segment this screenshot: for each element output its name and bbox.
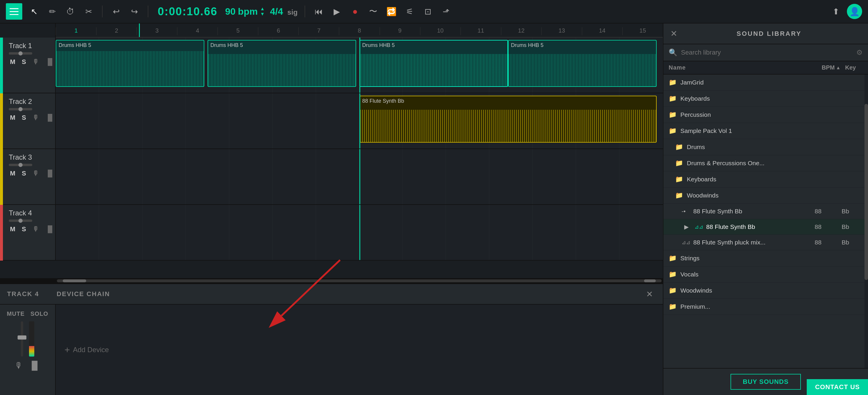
mic-icon-btn[interactable]: 🎙 bbox=[14, 361, 23, 370]
track-1-content[interactable]: Drums HHB 5 Drums HHB 5 Drums HHB 5 Drum… bbox=[56, 37, 663, 93]
library-item-drums[interactable]: 📁 Drums bbox=[663, 139, 865, 155]
play-button[interactable]: ▶ bbox=[330, 5, 343, 18]
h-scrollbar-track[interactable] bbox=[57, 279, 662, 282]
track-4-solo-btn[interactable]: S bbox=[21, 225, 27, 234]
track-4-volume[interactable] bbox=[9, 220, 52, 222]
h-scrollbar-thumb-left[interactable] bbox=[63, 279, 86, 282]
track-3-controls-content: Track 3 M S 🎙 ▐▌ 〜 bbox=[9, 153, 52, 178]
cut-tool-button[interactable]: ✂ bbox=[82, 5, 95, 18]
fader-track[interactable] bbox=[21, 321, 23, 357]
solo-button[interactable]: SOLO bbox=[30, 310, 49, 317]
rewind-button[interactable]: ⏮ bbox=[312, 5, 325, 18]
render-button[interactable]: ⊡ bbox=[421, 5, 434, 18]
library-close-button[interactable]: ✕ bbox=[671, 29, 677, 38]
library-item-strings[interactable]: 📁 Strings bbox=[663, 250, 865, 266]
library-item-drums-perc[interactable]: 📁 Drums & Percussions One... bbox=[663, 155, 865, 171]
fader-thumb[interactable] bbox=[18, 335, 26, 340]
search-input[interactable] bbox=[681, 49, 853, 56]
redo-button[interactable]: ↪ bbox=[128, 5, 141, 18]
track-2-slider[interactable] bbox=[9, 108, 32, 110]
library-item-premium[interactable]: 📁 Premium... bbox=[663, 299, 865, 315]
bpm-display: 90 bpm ▲ ▼ bbox=[225, 6, 265, 17]
library-item-flute-bb-1[interactable]: -• 88 Flute Synth Bb 88 Bb bbox=[663, 204, 865, 219]
loop-button[interactable]: 🔁 bbox=[385, 5, 398, 18]
export-button[interactable]: ⬏ bbox=[439, 5, 452, 18]
track-4-eq-btn[interactable]: ▐▌ bbox=[44, 225, 56, 234]
select-tool-button[interactable]: ↖ bbox=[28, 5, 40, 18]
track-2-eq-btn[interactable]: ▐▌ bbox=[44, 113, 56, 122]
track-1-slider[interactable] bbox=[9, 52, 32, 55]
library-item-keyboards-top[interactable]: 📁 Keyboards bbox=[663, 91, 865, 107]
track-3-slider[interactable] bbox=[9, 164, 32, 166]
record-button[interactable]: ● bbox=[348, 5, 362, 18]
h-scrollbar-thumb-right[interactable] bbox=[644, 279, 656, 282]
ruler-mark-5: 5 bbox=[218, 27, 258, 35]
menu-button[interactable] bbox=[6, 3, 22, 20]
library-item-keyboards-sub[interactable]: 📁 Keyboards bbox=[663, 171, 865, 188]
track-2-content[interactable]: 88 Flute Synth Bb bbox=[56, 93, 663, 148]
track-3-mute-btn[interactable]: M bbox=[9, 169, 17, 178]
track-3-mic-btn[interactable]: 🎙 bbox=[31, 169, 40, 178]
track-1-volume[interactable] bbox=[9, 52, 52, 55]
timeline-ruler[interactable]: 1 2 3 4 5 6 7 8 9 10 11 12 13 14 15 bbox=[56, 24, 663, 37]
metronome-button[interactable]: ⏱ bbox=[64, 5, 77, 18]
bpm-down-icon[interactable]: ▼ bbox=[260, 12, 265, 17]
track-4-slider[interactable] bbox=[9, 220, 32, 222]
track-2-volume[interactable] bbox=[9, 108, 52, 110]
track-3-content[interactable] bbox=[56, 149, 663, 204]
track-4-mic-btn[interactable]: 🎙 bbox=[31, 225, 40, 234]
folder-icon: 📁 bbox=[669, 95, 677, 103]
share-button[interactable]: ⬆ bbox=[829, 5, 842, 18]
track-2-playhead bbox=[360, 93, 360, 148]
bpm-arrows[interactable]: ▲ ▼ bbox=[260, 6, 265, 17]
bpm-sort-icon[interactable]: ▲ bbox=[836, 65, 840, 70]
fader-section bbox=[21, 321, 34, 357]
track-1-clip-3[interactable]: Drums HHB 5 bbox=[360, 40, 508, 87]
buy-sounds-button[interactable]: BUY SOUNDS bbox=[731, 374, 801, 390]
track-1-clip-4[interactable]: Drums HHB 5 bbox=[508, 40, 657, 87]
bpm-up-icon[interactable]: ▲ bbox=[260, 6, 265, 11]
draw-tool-button[interactable]: ✏ bbox=[46, 5, 59, 18]
track-3-eq-btn[interactable]: ▐▌ bbox=[44, 169, 56, 178]
track-1-solo-btn[interactable]: S bbox=[21, 58, 27, 66]
track-1-clip-1[interactable]: Drums HHB 5 bbox=[56, 40, 204, 87]
undo-button[interactable]: ↩ bbox=[110, 5, 123, 18]
track-1-eq-btn[interactable]: ▐▌ bbox=[44, 58, 56, 66]
track-1-clip-2[interactable]: Drums HHB 5 bbox=[208, 40, 356, 87]
library-item-percussion[interactable]: 📁 Percussion bbox=[663, 107, 865, 123]
track-1-mic-btn[interactable]: 🎙 bbox=[31, 58, 40, 66]
library-item-jamgrid[interactable]: 📁 JamGrid bbox=[663, 75, 865, 91]
track-4-mute-btn[interactable]: M bbox=[9, 225, 17, 234]
ruler-mark-2: 2 bbox=[96, 27, 136, 35]
track-2-mute-btn[interactable]: M bbox=[9, 113, 17, 122]
track-4-content[interactable] bbox=[56, 205, 663, 260]
track-2-mic-btn[interactable]: 🎙 bbox=[31, 113, 40, 122]
library-item-vocals[interactable]: 📁 Vocals bbox=[663, 266, 865, 283]
close-bottom-button[interactable]: ✕ bbox=[643, 288, 656, 301]
mute-button[interactable]: MUTE bbox=[7, 310, 25, 317]
user-avatar[interactable]: 👤 bbox=[847, 4, 862, 19]
sound-library-panel: ✕ SOUND LIBRARY 🔍 ⚙ Name BPM ▲ Key 📁 Jam… bbox=[663, 24, 868, 395]
library-settings-icon[interactable]: ⚙ bbox=[856, 49, 863, 57]
library-item-flute-pluck[interactable]: ⊿⊿ 88 Flute Synth pluck mix... 88 Bb bbox=[663, 235, 865, 250]
add-device-button[interactable]: + Add Device bbox=[64, 344, 109, 356]
track-1-mute-btn[interactable]: M bbox=[9, 58, 17, 66]
h-scrollbar[interactable] bbox=[0, 278, 663, 283]
scrollbar-thumb[interactable] bbox=[865, 104, 868, 280]
mix-button[interactable]: ⚟ bbox=[403, 5, 416, 18]
track-2-solo-btn[interactable]: S bbox=[21, 113, 27, 122]
library-item-woodwinds-top[interactable]: 📁 Woodwinds bbox=[663, 283, 865, 299]
library-item-flute-bb-2[interactable]: ▶ ⊿⊿ 88 Flute Synth Bb 88 Bb bbox=[663, 219, 865, 235]
library-scrollbar[interactable] bbox=[865, 75, 868, 368]
track-3-volume[interactable] bbox=[9, 164, 52, 166]
eq-icon-btn[interactable]: ▐▌ bbox=[29, 361, 40, 370]
play-item-button[interactable]: ▶ bbox=[682, 223, 691, 230]
track-2-clip-1[interactable]: 88 Flute Synth Bb bbox=[360, 96, 657, 143]
controls-spacer bbox=[0, 24, 56, 37]
track-3-solo-btn[interactable]: S bbox=[21, 169, 27, 178]
automation-button[interactable]: 〜 bbox=[367, 5, 380, 18]
library-item-sample-pack[interactable]: 📁 Sample Pack Vol 1 bbox=[663, 123, 865, 139]
ruler-mark-10: 10 bbox=[420, 27, 461, 35]
contact-us-button[interactable]: CONTACT US bbox=[807, 379, 868, 395]
library-item-woodwinds-sub[interactable]: 📁 Woodwinds bbox=[663, 188, 865, 204]
